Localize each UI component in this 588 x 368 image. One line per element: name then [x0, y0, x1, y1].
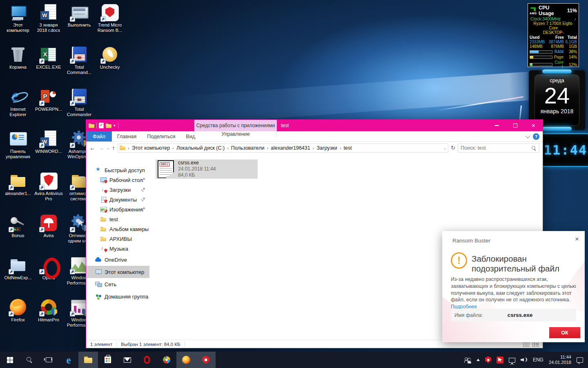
- sidebar-item-desktop[interactable]: Рабочий стол: [86, 175, 149, 185]
- breadcrumb-separator: ›: [226, 146, 229, 150]
- desktop-icon-label: Total Command...: [67, 65, 91, 75]
- sidebar-item-homegroup[interactable]: Домашняя группа: [86, 290, 149, 303]
- refresh-icon[interactable]: ↻: [451, 145, 455, 151]
- desktop-icon-alexander-folder[interactable]: alexander1...: [3, 172, 33, 196]
- sidebar-item-documents[interactable]: Документы: [86, 195, 149, 204]
- desktop-icon-powerpoint[interactable]: POWERPN...: [34, 88, 63, 112]
- desktop-icon-avira-pro[interactable]: Avira Antivirus Pro: [34, 172, 63, 202]
- taskbar-mail[interactable]: [118, 352, 137, 368]
- taskbar-paint[interactable]: [157, 352, 176, 368]
- task-view-button[interactable]: [39, 352, 59, 368]
- desktop-icon-total-commander-1[interactable]: Total Command...: [65, 45, 94, 75]
- cpu-usage-value: 11%: [567, 8, 577, 13]
- close-button[interactable]: ×: [524, 120, 543, 131]
- trend-micro-tray-icon[interactable]: [485, 357, 491, 364]
- start-button[interactable]: [0, 352, 20, 368]
- desktop-icon-recycle-bin[interactable]: Корзина: [3, 45, 33, 70]
- sidebar-item-music[interactable]: Музыка: [86, 244, 149, 254]
- desktop-icon-oldnewexplorer[interactable]: OldNewExp...: [3, 256, 33, 280]
- desktop-icon-unchecky[interactable]: Unchecky: [95, 45, 125, 70]
- tab-manage[interactable]: Управление: [194, 131, 277, 137]
- ok-button[interactable]: ОК: [549, 327, 580, 338]
- sidebar-item-quick-access[interactable]: Быстрый доступ: [86, 165, 149, 175]
- sidebar-item-pictures[interactable]: Изображения: [86, 204, 149, 214]
- sidebar-item-downloads[interactable]: Загрузки: [86, 185, 149, 195]
- desktop-icon-avira[interactable]: Avira: [34, 214, 63, 238]
- desktop-icon-excel[interactable]: EXCEL.EXE: [34, 45, 63, 70]
- amd-logo-icon: [530, 7, 537, 14]
- recent-locations-chevron-icon[interactable]: ⌄: [107, 146, 110, 150]
- desktop-icon-opera[interactable]: Opera: [34, 256, 63, 280]
- breadcrumb-users[interactable]: Пользователи: [231, 145, 265, 151]
- desktop-icon-firefox[interactable]: Firefox: [3, 298, 33, 323]
- avira-shield-badge: [104, 180, 107, 184]
- desktop-icon-total-commander-2[interactable]: Total Commander: [65, 88, 94, 117]
- popup-close-icon[interactable]: ×: [575, 235, 579, 243]
- explorer-titlebar[interactable]: ▾ Средства работы с приложениями test ×: [86, 120, 543, 131]
- tray-clock[interactable]: 11:44 24.01.2018: [549, 355, 571, 365]
- desktop-icon-winword[interactable]: WINWORD...: [34, 130, 63, 154]
- minimize-button[interactable]: [488, 120, 506, 131]
- sidebar-item-camera-album[interactable]: Альбом камеры: [86, 224, 149, 234]
- taskbar-opera[interactable]: [137, 352, 157, 368]
- sidebar-item-this-pc[interactable]: Этот компьютер: [86, 266, 149, 278]
- desktop-icon-label: Unchecky: [100, 65, 120, 70]
- new-folder-icon[interactable]: [106, 123, 111, 128]
- shortcut-arrow-icon: [70, 143, 75, 148]
- desktop-icon-hitmanpro[interactable]: HitmanPro: [34, 298, 63, 323]
- language-indicator[interactable]: ENG: [533, 357, 543, 363]
- search-input[interactable]: [461, 145, 529, 151]
- hidden-icons-chevron-icon[interactable]: [477, 359, 480, 361]
- taskbar-edge[interactable]: e: [59, 352, 78, 368]
- desktop-icon-trend-micro[interactable]: Trend Micro Ransom B...: [95, 3, 125, 33]
- desktop-icon-docx[interactable]: 3 января 2018 г.docx: [34, 3, 63, 33]
- back-button[interactable]: ←: [89, 144, 96, 151]
- word-document-icon: [40, 130, 58, 148]
- folder-icon[interactable]: [89, 123, 94, 128]
- taskbar-firefox[interactable]: [176, 352, 196, 368]
- expand-ribbon-chevron-icon[interactable]: [526, 134, 530, 138]
- application-tools-tab[interactable]: Средства работы с приложениями: [194, 120, 277, 131]
- desktop-icon-bonus[interactable]: Bonus: [3, 214, 33, 238]
- address-dropdown-chevron-icon[interactable]: ⌄: [443, 146, 447, 150]
- search-icon[interactable]: [532, 146, 537, 150]
- sidebar-item-archives[interactable]: АРХИВЫ: [86, 234, 149, 244]
- volume-tray-icon[interactable]: [521, 357, 528, 363]
- maximize-button[interactable]: [506, 120, 524, 131]
- tab-file[interactable]: Файл: [86, 131, 112, 141]
- customize-toolbar-chevron-icon[interactable]: ▾: [114, 123, 116, 128]
- search-box[interactable]: [458, 144, 539, 153]
- people-icon[interactable]: [464, 357, 471, 363]
- breadcrumb-this-pc[interactable]: Этот компьютер: [132, 145, 170, 151]
- recycle-bin-icon: [9, 45, 27, 63]
- shortcut-arrow-icon: [70, 58, 75, 64]
- taskbar-file-explorer[interactable]: [78, 352, 98, 368]
- action-center-icon[interactable]: [577, 357, 583, 363]
- hitmanpro-alert-tray-icon[interactable]: [497, 357, 503, 364]
- desktop-icon-internet-explorer[interactable]: Internet Explorer: [3, 88, 33, 117]
- forward-button[interactable]: →: [98, 144, 104, 151]
- sidebar-item-network[interactable]: Сеть: [86, 278, 149, 290]
- tab-home[interactable]: Главная: [112, 131, 142, 141]
- sidebar-item-onedrive[interactable]: OneDrive: [86, 254, 149, 266]
- taskbar-search-button[interactable]: [20, 352, 39, 368]
- breadcrumb-test[interactable]: test: [343, 145, 352, 151]
- desktop-icon-control-panel[interactable]: Панель управления: [3, 130, 33, 159]
- address-bar[interactable]: › Этот компьютер › Локальный диск (C:) ›…: [118, 144, 448, 153]
- desktop-icon-run[interactable]: Выполнить: [65, 3, 94, 28]
- taskbar-ransom-buster[interactable]: [196, 352, 216, 368]
- breadcrumb-downloads[interactable]: Загрузки: [316, 145, 337, 151]
- breadcrumb-local-disk[interactable]: Локальный диск (C:): [176, 145, 225, 151]
- sidebar-item-test[interactable]: test: [86, 214, 149, 224]
- network-tray-icon[interactable]: [509, 358, 515, 363]
- breadcrumb-separator: ›: [339, 146, 342, 150]
- desktop-icon-this-pc[interactable]: Этот компьютер: [3, 3, 33, 33]
- breadcrumb-user[interactable]: alexander196431: [271, 145, 310, 151]
- file-item-csrss[interactable]: DOC1 csrss.exe 24.01.2018 11:44 84,0 КБ: [156, 159, 258, 179]
- properties-icon[interactable]: [99, 123, 104, 128]
- up-button[interactable]: ↑: [112, 144, 116, 151]
- taskbar-store[interactable]: [98, 352, 118, 368]
- desktop-icon-label: Internet Explorer: [10, 107, 27, 117]
- help-icon[interactable]: ?: [533, 133, 539, 140]
- tab-share[interactable]: Поделиться: [142, 131, 180, 141]
